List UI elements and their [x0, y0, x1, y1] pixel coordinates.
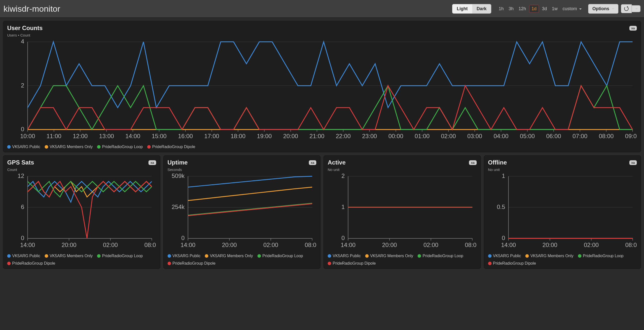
legend-label: PrideRadioGroup Loop — [102, 254, 143, 258]
caret-down-icon — [635, 8, 638, 11]
legend-item[interactable]: VK5ARG Members Only — [45, 254, 92, 258]
options-button[interactable]: Options — [588, 4, 618, 14]
top-toolbar: kiwisdr-monitor Light Dark 1h3h12h1d3d1w… — [0, 0, 644, 18]
svg-text:12: 12 — [18, 174, 24, 179]
svg-text:05:00: 05:00 — [520, 133, 535, 139]
svg-text:08:00: 08:00 — [465, 241, 476, 248]
app-title: kiwisdr-monitor — [4, 4, 60, 14]
legend-swatch — [328, 262, 331, 265]
panel-title: Offline — [488, 159, 507, 166]
svg-text:14:00: 14:00 — [340, 241, 356, 248]
panel-badge[interactable]: xa — [469, 160, 476, 165]
refresh-icon — [624, 7, 628, 11]
legend-item[interactable]: VK5ARG Public — [168, 254, 200, 258]
legend-item[interactable]: VK5ARG Public — [328, 254, 361, 258]
legend-item[interactable]: PrideRadioGroup Loop — [418, 254, 463, 258]
legend-item[interactable]: PrideRadioGroup Dipole — [168, 261, 216, 266]
svg-text:509k: 509k — [172, 174, 185, 179]
range-1d[interactable]: 1d — [529, 5, 539, 13]
legend-swatch — [258, 254, 261, 258]
refresh-button[interactable] — [621, 4, 632, 13]
panel-subtitle: Seconds — [168, 167, 316, 172]
legend-item[interactable]: VK5ARG Members Only — [45, 145, 92, 149]
range-custom[interactable]: custom — [560, 5, 584, 13]
svg-text:08:00: 08:00 — [599, 133, 614, 139]
legend-item[interactable]: VK5ARG Members Only — [205, 254, 253, 258]
dark-button[interactable]: Dark — [472, 4, 491, 14]
legend-label: PrideRadioGroup Dipole — [172, 261, 216, 266]
legend-item[interactable]: VK5ARG Public — [488, 254, 521, 258]
panel-badge[interactable]: xa — [629, 26, 637, 31]
legend-label: PrideRadioGroup Loop — [262, 254, 303, 258]
legend-item[interactable]: PrideRadioGroup Dipole — [328, 261, 376, 266]
panel-gps: GPS Sats xa Count 061214:0020:0002:0008:… — [3, 155, 160, 269]
legend-label: PrideRadioGroup Loop — [102, 145, 143, 149]
legend-swatch — [365, 254, 369, 258]
legend-swatch — [168, 254, 171, 258]
panel-user-counts: User Counts xa Users • Count 02410:0011:… — [3, 21, 641, 152]
legend-label: VK5ARG Members Only — [210, 254, 253, 258]
svg-text:13:00: 13:00 — [99, 133, 114, 139]
svg-text:1: 1 — [502, 174, 505, 179]
svg-text:15:00: 15:00 — [152, 133, 166, 139]
svg-text:20:00: 20:00 — [382, 241, 397, 248]
legend-item[interactable]: PrideRadioGroup Loop — [97, 254, 143, 258]
time-range-selector: 1h3h12h1d3d1wcustom — [497, 5, 584, 13]
legend-item[interactable]: VK5ARG Public — [7, 254, 40, 258]
legend-label: VK5ARG Public — [172, 254, 200, 258]
legend-label: PrideRadioGroup Loop — [583, 254, 624, 258]
svg-text:1: 1 — [341, 203, 344, 210]
svg-text:254k: 254k — [172, 204, 185, 210]
svg-text:11:00: 11:00 — [46, 133, 61, 139]
dashboard: User Counts xa Users • Count 02410:0011:… — [0, 18, 644, 272]
legend-swatch — [578, 254, 582, 258]
range-1h[interactable]: 1h — [497, 5, 506, 13]
legend-item[interactable]: PrideRadioGroup Loop — [97, 145, 143, 149]
svg-text:2: 2 — [21, 82, 24, 89]
chart-user-counts[interactable]: 02410:0011:0012:0013:0014:0015:0016:0017… — [7, 39, 637, 141]
legend-item[interactable]: PrideRadioGroup Dipole — [7, 261, 55, 266]
panel-title: GPS Sats — [7, 159, 34, 166]
refresh-menu-button[interactable] — [632, 5, 640, 12]
legend-item[interactable]: PrideRadioGroup Dipole — [488, 261, 536, 266]
light-button[interactable]: Light — [452, 4, 472, 14]
svg-text:10:00: 10:00 — [20, 133, 35, 139]
panel-badge[interactable]: xa — [148, 160, 156, 165]
svg-text:6: 6 — [21, 203, 24, 210]
legend-item[interactable]: VK5ARG Public — [7, 145, 40, 149]
chart-active[interactable]: 01214:0020:0002:0008:00 — [328, 174, 477, 250]
legend-label: VK5ARG Members Only — [50, 254, 92, 258]
range-12h[interactable]: 12h — [517, 5, 528, 13]
legend-swatch — [418, 254, 421, 258]
legend: VK5ARG PublicVK5ARG Members OnlyPrideRad… — [7, 145, 637, 149]
chart-uptime[interactable]: 0254k509k14:0020:0002:0008:00 — [168, 174, 316, 250]
legend-swatch — [97, 145, 100, 149]
legend-item[interactable]: VK5ARG Members Only — [525, 254, 573, 258]
svg-text:02:00: 02:00 — [584, 241, 598, 248]
range-1w[interactable]: 1w — [550, 5, 560, 13]
svg-text:14:00: 14:00 — [125, 133, 140, 139]
legend-item[interactable]: PrideRadioGroup Dipole — [147, 145, 195, 149]
legend-swatch — [488, 262, 492, 265]
chart-offline[interactable]: 00.5114:0020:0002:0008:00 — [488, 174, 637, 250]
theme-toggle: Light Dark — [452, 4, 491, 14]
range-3h[interactable]: 3h — [507, 5, 516, 13]
legend-label: VK5ARG Public — [493, 254, 521, 258]
range-3d[interactable]: 3d — [540, 5, 549, 13]
legend-label: PrideRadioGroup Dipole — [12, 261, 55, 266]
panel-badge[interactable]: xa — [309, 160, 316, 165]
legend-label: PrideRadioGroup Dipole — [152, 145, 195, 149]
chart-gps[interactable]: 061214:0020:0002:0008:00 — [7, 174, 156, 250]
svg-text:21:00: 21:00 — [310, 133, 324, 139]
legend: VK5ARG PublicVK5ARG Members OnlyPrideRad… — [328, 254, 477, 266]
svg-text:19:00: 19:00 — [257, 133, 272, 139]
svg-text:02:00: 02:00 — [263, 241, 278, 248]
svg-text:08:00: 08:00 — [625, 241, 637, 248]
svg-text:00:00: 00:00 — [388, 133, 403, 139]
legend-swatch — [45, 145, 48, 149]
panel-badge[interactable]: xa — [629, 160, 637, 165]
legend-item[interactable]: PrideRadioGroup Loop — [258, 254, 303, 258]
svg-text:08:00: 08:00 — [144, 241, 156, 248]
legend-item[interactable]: VK5ARG Members Only — [365, 254, 413, 258]
legend-item[interactable]: PrideRadioGroup Loop — [578, 254, 624, 258]
